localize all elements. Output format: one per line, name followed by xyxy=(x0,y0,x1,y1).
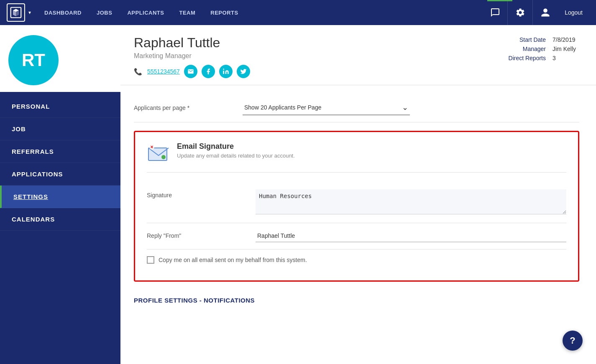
applicants-per-page-label: Applicants per page * xyxy=(134,104,243,111)
logo-button[interactable] xyxy=(7,3,25,22)
profile-header: Raphael Tuttle Marketing Manager 📞 55512… xyxy=(120,25,596,85)
reply-from-row: Reply "From" xyxy=(147,223,566,249)
applicants-per-page-value: Show 20 Applicants Per Page xyxy=(244,104,321,111)
profile-icon-button[interactable] xyxy=(533,0,558,25)
chevron-down-icon: ⌄ xyxy=(402,103,408,112)
nav-links: DASHBOARD JOBS APPLICANTS TEAM REPORTS xyxy=(44,8,483,18)
card-header-text: Email Signature Update any email details… xyxy=(177,142,295,159)
settings-area: Applicants per page * Show 20 Applicants… xyxy=(120,85,596,312)
nav-team[interactable]: TEAM xyxy=(179,8,195,18)
signature-field: Human Resources xyxy=(256,189,566,216)
applicants-per-page-select[interactable]: Show 20 Applicants Per Page ⌄ xyxy=(243,100,410,115)
settings-icon-button[interactable] xyxy=(508,0,533,25)
manager-value: Jim Kelly xyxy=(549,44,579,53)
nav-reports[interactable]: REPORTS xyxy=(210,8,238,18)
svg-point-5 xyxy=(161,155,166,159)
profile-name: Raphael Tuttle xyxy=(134,35,250,51)
avatar-area: RT xyxy=(0,25,120,92)
card-title: Email Signature xyxy=(177,142,295,151)
card-subtitle: Update any email details related to your… xyxy=(177,153,295,159)
card-header: × Email Signature Update any email detai… xyxy=(147,142,566,173)
manager-label: Manager xyxy=(505,44,549,53)
direct-reports-value: 3 xyxy=(549,53,579,63)
profile-title: Marketing Manager xyxy=(134,52,250,60)
reply-from-input[interactable] xyxy=(256,230,566,242)
twitter-social-icon[interactable] xyxy=(237,65,250,78)
profile-phone[interactable]: 5551234567 xyxy=(147,68,180,75)
copy-me-checkbox[interactable] xyxy=(147,256,154,264)
logout-button[interactable]: Logout xyxy=(558,9,589,16)
sidebar-item-referrals[interactable]: REFERRALS xyxy=(0,140,120,163)
facebook-social-icon[interactable] xyxy=(202,65,215,78)
sidebar-item-job[interactable]: JOB xyxy=(0,118,120,140)
reply-from-field xyxy=(256,230,566,242)
profile-info: Raphael Tuttle Marketing Manager 📞 55512… xyxy=(134,35,250,78)
sidebar-item-calendars[interactable]: CALENDARS xyxy=(0,208,120,231)
svg-text:×: × xyxy=(150,144,153,150)
nav-right: Logout xyxy=(483,0,589,25)
email-signature-card: × Email Signature Update any email detai… xyxy=(134,131,579,282)
nav-dashboard[interactable]: DASHBOARD xyxy=(44,8,82,18)
linkedin-social-icon[interactable] xyxy=(219,65,233,78)
start-date-label: Start Date xyxy=(505,35,549,44)
avatar-initials: RT xyxy=(22,50,45,70)
copy-me-label: Copy me on all email sent on my behalf f… xyxy=(159,257,307,263)
sidebar-item-personal[interactable]: PERSONAL xyxy=(0,95,120,118)
main-content: Raphael Tuttle Marketing Manager 📞 55512… xyxy=(120,25,596,364)
phone-icon: 📞 xyxy=(134,68,142,76)
reply-from-label: Reply "From" xyxy=(147,230,256,239)
question-mark-icon: ? xyxy=(570,335,575,346)
chat-icon-button[interactable] xyxy=(483,0,508,25)
sidebar-item-applications[interactable]: APPLICATIONS xyxy=(0,163,120,186)
top-nav: ▾ DASHBOARD JOBS APPLICANTS TEAM REPORTS… xyxy=(0,0,596,25)
avatar: RT xyxy=(8,35,59,85)
start-date-value: 7/8/2019 xyxy=(549,35,579,44)
signature-textarea[interactable]: Human Resources xyxy=(256,189,566,214)
svg-point-1 xyxy=(223,69,224,70)
applicants-per-page-row: Applicants per page * Show 20 Applicants… xyxy=(134,94,579,122)
signature-row: Signature Human Resources xyxy=(147,183,566,223)
sidebar: RT PERSONAL JOB REFERRALS APPLICATIONS S… xyxy=(0,25,120,364)
nav-jobs[interactable]: JOBS xyxy=(97,8,112,18)
direct-reports-label: Direct Reports xyxy=(505,53,549,63)
signature-label: Signature xyxy=(147,189,256,199)
email-signature-icon: × xyxy=(147,142,170,165)
notifications-heading: PROFILE SETTINGS - NOTIFICATIONS xyxy=(134,292,579,304)
email-social-icon[interactable] xyxy=(184,65,197,78)
logo-caret[interactable]: ▾ xyxy=(28,10,31,15)
copy-me-row: Copy me on all email sent on my behalf f… xyxy=(147,249,566,270)
profile-meta: Start Date 7/8/2019 Manager Jim Kelly Di… xyxy=(505,35,579,63)
main-layout: RT PERSONAL JOB REFERRALS APPLICATIONS S… xyxy=(0,25,596,364)
sidebar-item-settings[interactable]: SETTINGS xyxy=(0,186,120,208)
nav-applicants[interactable]: APPLICANTS xyxy=(127,8,164,18)
profile-contact: 📞 5551234567 xyxy=(134,65,250,78)
sidebar-nav: PERSONAL JOB REFERRALS APPLICATIONS SETT… xyxy=(0,92,120,231)
help-button[interactable]: ? xyxy=(563,331,583,351)
